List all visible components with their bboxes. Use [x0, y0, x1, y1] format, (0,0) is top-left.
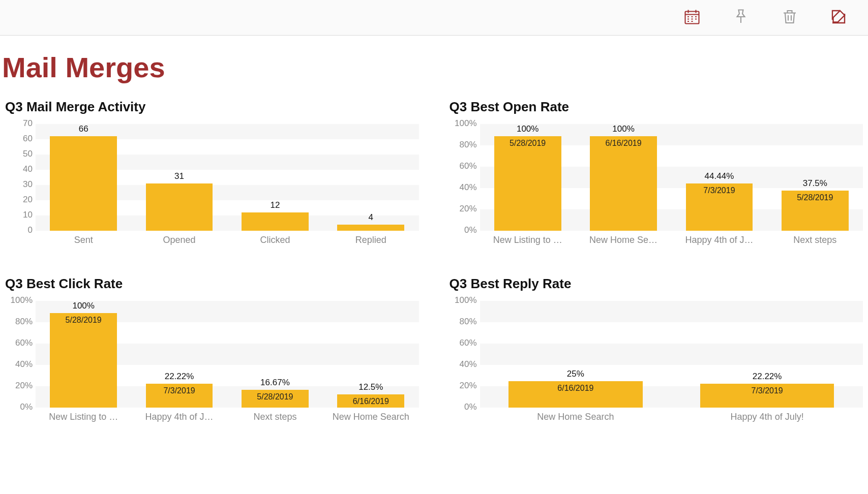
trash-icon[interactable]	[781, 8, 799, 28]
bar[interactable]: 5/28/2019	[494, 136, 561, 231]
bar-column: 16.67%5/28/2019	[227, 301, 323, 408]
bar-value-label: 4	[369, 212, 373, 223]
plot-area: 6631124	[36, 124, 419, 231]
pin-icon[interactable]	[732, 8, 750, 28]
bar-column: 22.22%7/3/2019	[131, 301, 227, 408]
chart-title: Q3 Best Click Rate	[5, 276, 419, 292]
plot-area: 25%6/16/201922.22%7/3/2019	[480, 301, 863, 408]
x-label: New Listing to …	[36, 412, 131, 422]
chart-title: Q3 Best Reply Rate	[450, 276, 863, 292]
bar[interactable]	[242, 212, 309, 231]
bar-column: 37.5%5/28/2019	[767, 124, 863, 231]
bar-column: 100%5/28/2019	[36, 301, 131, 408]
chart-open_rate: Q3 Best Open Rate100%80%60%40%20%0%100%5…	[450, 99, 863, 245]
bar-inner-label: 6/16/2019	[605, 136, 641, 148]
x-label: New Home Search	[480, 412, 672, 422]
x-label: Sent	[36, 235, 131, 245]
bar-inner-label: 5/28/2019	[66, 313, 102, 325]
bar-inner-label: 6/16/2019	[557, 381, 593, 393]
bar-inner-label: 5/28/2019	[797, 191, 833, 202]
x-axis: SentOpenedClickedReplied	[36, 235, 419, 245]
x-axis: New Listing to …Happy 4th of J…Next step…	[36, 412, 419, 422]
toolbar	[0, 0, 868, 36]
x-label: New Home Se…	[576, 235, 671, 245]
x-label: New Home Search	[323, 412, 418, 422]
bar-column: 12	[227, 124, 323, 231]
bar-inner-label: 7/3/2019	[751, 384, 783, 395]
plot-area: 100%5/28/201922.22%7/3/201916.67%5/28/20…	[36, 301, 419, 408]
bar-inner-label: 5/28/2019	[257, 390, 293, 402]
bar-column: 22.22%7/3/2019	[671, 301, 863, 408]
chart-title: Q3 Best Open Rate	[450, 99, 863, 115]
x-label: Next steps	[227, 412, 323, 422]
x-label: Replied	[323, 235, 418, 245]
bar-inner-label: 7/3/2019	[703, 183, 735, 195]
chart-title: Q3 Mail Merge Activity	[5, 99, 419, 115]
y-axis: 706050403020100	[5, 124, 36, 231]
bar-value-label: 12	[270, 200, 280, 210]
page-title: Mail Merges	[0, 46, 868, 99]
bar-column: 100%6/16/2019	[576, 124, 671, 231]
calendar-icon[interactable]	[683, 8, 701, 28]
bar-column: 25%6/16/2019	[480, 301, 672, 408]
bar[interactable]	[50, 136, 117, 231]
bar-column: 66	[36, 124, 131, 231]
bar[interactable]: 6/16/2019	[590, 136, 657, 231]
bar-column: 31	[131, 124, 227, 231]
bar-value-label: 100%	[517, 124, 538, 134]
bar[interactable]: 7/3/2019	[146, 384, 213, 408]
bar-value-label: 66	[79, 124, 88, 134]
bar-value-label: 100%	[612, 124, 634, 134]
x-label: Happy 4th of J…	[671, 235, 767, 245]
bar-value-label: 100%	[72, 301, 94, 311]
y-axis: 100%80%60%40%20%0%	[450, 301, 480, 408]
bar-inner-label: 5/28/2019	[510, 136, 546, 148]
y-axis: 100%80%60%40%20%0%	[450, 124, 480, 231]
chart-activity: Q3 Mail Merge Activity706050403020100663…	[5, 99, 419, 245]
bar-value-label: 12.5%	[358, 382, 383, 392]
x-label: New Listing to …	[480, 235, 576, 245]
edit-icon[interactable]	[829, 8, 848, 28]
x-label: Happy 4th of July!	[671, 412, 863, 422]
bar-inner-label: 7/3/2019	[163, 384, 195, 395]
x-axis: New Home SearchHappy 4th of July!	[480, 412, 863, 422]
page: Mail Merges Q3 Mail Merge Activity706050…	[0, 36, 868, 443]
x-label: Clicked	[227, 235, 323, 245]
bar[interactable]: 6/16/2019	[508, 381, 643, 408]
bar[interactable]	[146, 183, 213, 231]
chart-click_rate: Q3 Best Click Rate100%80%60%40%20%0%100%…	[5, 276, 419, 422]
bar-value-label: 37.5%	[803, 178, 827, 189]
bar-value-label: 22.22%	[753, 372, 782, 382]
bar-column: 100%5/28/2019	[480, 124, 576, 231]
bar[interactable]: 5/28/2019	[782, 191, 849, 231]
x-label: Opened	[131, 235, 227, 245]
y-axis: 100%80%60%40%20%0%	[5, 301, 36, 408]
x-label: Next steps	[767, 235, 863, 245]
bar-column: 4	[323, 124, 418, 231]
bar[interactable]: 5/28/2019	[50, 313, 117, 408]
bar-value-label: 16.67%	[260, 378, 290, 388]
chart-reply_rate: Q3 Best Reply Rate100%80%60%40%20%0%25%6…	[450, 276, 863, 422]
bar[interactable]: 7/3/2019	[686, 183, 753, 231]
x-label: Happy 4th of J…	[131, 412, 227, 422]
bar[interactable]: 6/16/2019	[337, 394, 404, 408]
bar-value-label: 31	[174, 171, 184, 181]
bar-inner-label: 6/16/2019	[353, 394, 389, 406]
bar[interactable]	[337, 225, 404, 231]
x-axis: New Listing to …New Home Se…Happy 4th of…	[480, 235, 863, 245]
bar[interactable]: 5/28/2019	[242, 390, 309, 408]
bar-column: 12.5%6/16/2019	[323, 301, 418, 408]
bar-value-label: 22.22%	[165, 372, 194, 382]
bar-column: 44.44%7/3/2019	[671, 124, 767, 231]
bar-value-label: 44.44%	[705, 171, 734, 181]
bar[interactable]: 7/3/2019	[700, 384, 834, 408]
plot-area: 100%5/28/2019100%6/16/201944.44%7/3/2019…	[480, 124, 863, 231]
bar-value-label: 25%	[567, 369, 584, 379]
charts-grid: Q3 Mail Merge Activity706050403020100663…	[0, 99, 868, 422]
